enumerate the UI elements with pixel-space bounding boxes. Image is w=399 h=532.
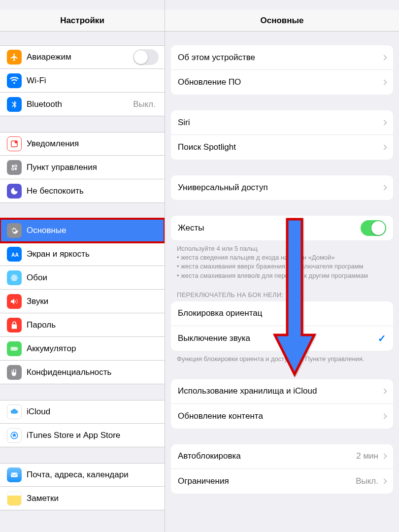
sidebar-item-value: Выкл. <box>133 100 156 109</box>
settings-app: Настройки Авиарежим Wi-Fi <box>0 0 399 532</box>
sidebar-item-appstore[interactable]: iTunes Store и App Store <box>0 424 165 447</box>
wallpaper-icon <box>7 270 22 285</box>
chevron-right-icon <box>381 185 387 190</box>
svg-rect-15 <box>11 473 18 477</box>
detail-item-storage[interactable]: Использование хранилища и iCloud <box>171 379 393 404</box>
sidebar-item-label: Обои <box>27 273 159 283</box>
status-bar-left <box>0 0 165 10</box>
detail-scroll[interactable]: Об этом устройстве Обновление ПО Siri По… <box>165 32 399 532</box>
svg-rect-13 <box>12 348 16 349</box>
sidebar-scroll[interactable]: Авиарежим Wi-Fi Bluetooth Выкл. <box>0 32 165 532</box>
airplane-icon <box>7 50 22 65</box>
detail-item-mute[interactable]: Выключение звука ✓ <box>171 326 393 351</box>
lock-icon <box>7 318 22 332</box>
footer-line: • жеста смахивания влево/в для перехода … <box>177 271 387 280</box>
airplane-toggle[interactable] <box>133 49 159 65</box>
detail-group: Блокировка ориентац Выключение звука ✓ <box>171 301 393 351</box>
sidebar-group: Уведомления Пункт управления Не беспокои… <box>0 132 165 203</box>
gestures-toggle[interactable] <box>361 220 386 236</box>
detail-item-label: Об этом устройстве <box>178 53 382 63</box>
sidebar-item-notes[interactable]: Заметки <box>0 487 165 510</box>
detail-item-value: Выкл. <box>356 476 378 486</box>
sidebar-item-label: Авиарежим <box>27 52 133 62</box>
detail-item-spotlight[interactable]: Поиск Spotlight <box>171 135 393 160</box>
detail-item-autolock[interactable]: Автоблокировка 2 мин <box>171 444 393 469</box>
svg-point-3 <box>15 165 17 167</box>
sidebar-item-passcode[interactable]: Пароль <box>0 313 165 337</box>
sidebar-item-label: Bluetooth <box>27 100 133 109</box>
svg-point-4 <box>12 167 14 170</box>
notifications-icon <box>7 136 22 151</box>
controlcenter-icon <box>7 160 22 175</box>
sidebar-item-label: Экран и яркость <box>27 249 159 259</box>
detail-header: Основные <box>165 10 399 32</box>
group-header: ПЕРЕКЛЮЧАТЕЛЬ НА БОК НЕЛИ: <box>165 280 399 301</box>
sidebar-item-dnd[interactable]: Не беспокоить <box>0 179 165 203</box>
detail-item-bgrefresh[interactable]: Обновление контента <box>171 404 393 429</box>
detail-item-label: Блокировка ориентац <box>178 308 386 318</box>
chevron-right-icon <box>381 389 387 394</box>
sidebar-group: Авиарежим Wi-Fi Bluetooth Выкл. <box>0 45 165 116</box>
sidebar-title: Настройки <box>60 16 104 26</box>
svg-point-2 <box>12 165 14 167</box>
sidebar-item-label: iCloud <box>27 407 159 417</box>
sidebar-item-notifications[interactable]: Уведомления <box>0 132 165 156</box>
detail-item-label: Универсальный доступ <box>178 183 382 193</box>
sidebar-group: Почта, адреса, календари Заметки <box>0 463 165 510</box>
status-bar-right <box>165 0 399 10</box>
switch-footer: Функция блокировки ориента и доступна в … <box>165 351 399 364</box>
detail-item-orientlock[interactable]: Блокировка ориентац <box>171 301 393 326</box>
sidebar-item-icloud[interactable]: iCloud <box>0 400 165 424</box>
chevron-right-icon <box>381 454 387 459</box>
chevron-right-icon <box>381 144 387 150</box>
detail-title: Основные <box>260 16 303 26</box>
detail-item-label: Жесты <box>178 223 361 233</box>
svg-rect-12 <box>17 348 18 349</box>
sidebar-item-label: Заметки <box>27 494 159 503</box>
detail-item-label: Ограничения <box>178 476 356 486</box>
detail-item-label: Siri <box>178 118 382 128</box>
detail-item-update[interactable]: Обновление ПО <box>171 70 393 95</box>
sidebar-item-label: Не беспокоить <box>27 186 159 196</box>
chevron-right-icon <box>381 55 387 60</box>
detail-item-about[interactable]: Об этом устройстве <box>171 45 393 70</box>
sidebar-header: Настройки <box>0 10 165 32</box>
sidebar-item-controlcenter[interactable]: Пункт управления <box>0 156 165 179</box>
chevron-right-icon <box>381 79 387 85</box>
wifi-icon <box>7 73 22 88</box>
sidebar-item-privacy[interactable]: Конфиденциальность <box>0 361 165 384</box>
sidebar-item-mail[interactable]: Почта, адреса, календари <box>0 463 165 487</box>
sidebar: Настройки Авиарежим Wi-Fi <box>0 0 165 532</box>
gestures-footer: Используйте 4 или 5 пальц • жеста сведен… <box>165 240 399 280</box>
sidebar-item-label: Конфиденциальность <box>27 367 159 377</box>
sidebar-item-wallpaper[interactable]: Обои <box>0 266 165 290</box>
detail-group: Siri Поиск Spotlight <box>171 110 393 160</box>
sidebar-item-display[interactable]: AA Экран и яркость <box>0 242 165 266</box>
chevron-right-icon <box>381 120 387 125</box>
cloud-icon <box>7 404 22 419</box>
detail-item-label: Поиск Spotlight <box>178 142 382 152</box>
detail-item-restrict[interactable]: Ограничения Выкл. <box>171 469 393 494</box>
appstore-icon <box>7 428 22 443</box>
sidebar-item-general[interactable]: Основные <box>0 219 165 242</box>
detail-item-gestures[interactable]: Жесты <box>171 216 393 240</box>
sidebar-item-label: Аккумулятор <box>27 344 159 354</box>
detail-item-siri[interactable]: Siri <box>171 110 393 135</box>
sidebar-item-label: Уведомления <box>27 139 159 149</box>
sidebar-item-battery[interactable]: Аккумулятор <box>0 337 165 361</box>
check-icon: ✓ <box>378 332 386 344</box>
detail-item-accessibility[interactable]: Универсальный доступ <box>171 175 393 200</box>
display-icon: AA <box>7 247 22 262</box>
sidebar-item-wifi[interactable]: Wi-Fi <box>0 69 165 93</box>
sidebar-group: Основные AA Экран и яркость Обои <box>0 219 165 384</box>
gear-icon <box>7 223 22 238</box>
detail-group: Жесты <box>171 216 393 240</box>
sidebar-item-label: Почта, адреса, календари <box>27 470 159 480</box>
battery-icon <box>7 341 22 356</box>
detail-item-label: Обновление ПО <box>178 77 382 87</box>
svg-point-5 <box>15 167 17 170</box>
sidebar-item-airplane[interactable]: Авиарежим <box>0 45 165 69</box>
sidebar-item-bluetooth[interactable]: Bluetooth Выкл. <box>0 93 165 116</box>
detail-item-value: 2 мин <box>356 451 378 461</box>
sidebar-item-sounds[interactable]: Звуки <box>0 290 165 313</box>
